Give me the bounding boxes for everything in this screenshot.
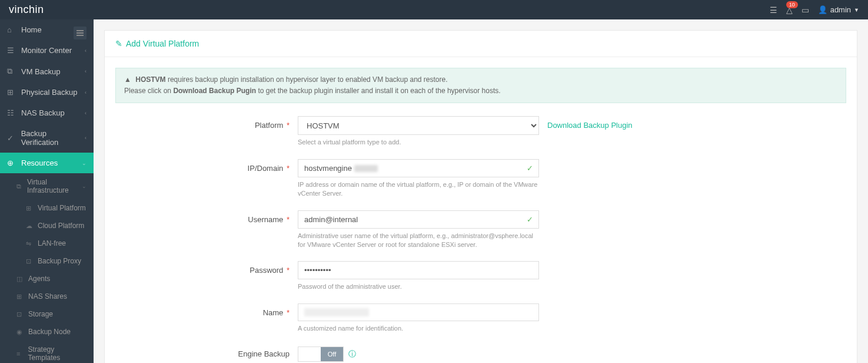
nav-nas-shares[interactable]: ⊞ NAS Shares: [0, 288, 94, 305]
nav-label: Virtual Platform: [38, 204, 86, 212]
user-icon: 👤: [818, 5, 827, 14]
nav-monitor-center[interactable]: ☰ Monitor Center ‹: [0, 40, 94, 61]
nav-label: Monitor Center: [21, 46, 72, 55]
nav-vm-backup[interactable]: ⧉ VM Backup ‹: [0, 61, 94, 82]
list-icon[interactable]: ☰: [770, 5, 777, 15]
nav-label: VM Backup: [21, 67, 60, 76]
engine-label: Engine Backup: [115, 345, 298, 363]
user-menu[interactable]: 👤 admin ▼: [818, 5, 859, 14]
nav-agents[interactable]: ◫ Agents: [0, 270, 94, 288]
platform-icon: ⊞: [26, 204, 34, 212]
nav-physical-backup[interactable]: ⊞ Physical Backup ‹: [0, 82, 94, 103]
app-header: vinchin ☰ △10 ▭ 👤 admin ▼: [0, 0, 868, 19]
template-icon: ≡: [16, 350, 25, 357]
nav-label: Home: [21, 25, 42, 34]
ipdomain-help: IP address or domain name of the virtual…: [298, 180, 539, 199]
edit-icon: ✎: [115, 39, 122, 48]
panel-title: ✎ Add Virtual Platform: [105, 31, 857, 57]
nav-lan-free[interactable]: ⇋ LAN-free: [0, 235, 94, 252]
nav-backup-verification[interactable]: ✓ Backup Verification ‹: [0, 123, 94, 153]
name-input[interactable]: [298, 303, 539, 321]
node-icon: ◉: [16, 328, 25, 336]
chevron-icon: ‹: [85, 110, 87, 116]
nav-label: Backup Node: [28, 328, 71, 336]
platform-help: Select a virtual platform type to add.: [298, 138, 539, 147]
notification-icon[interactable]: △10: [786, 5, 793, 15]
ipdomain-input[interactable]: hostvmengine: [298, 159, 539, 177]
nav-label: Virtual Infrastructure: [27, 178, 82, 194]
nav-cloud-platform[interactable]: ☁ Cloud Platform: [0, 217, 94, 235]
nav-label: Cloud Platform: [38, 222, 84, 230]
nav-label: Resources: [21, 159, 58, 167]
chevron-down-icon: ⌄: [82, 160, 87, 166]
warning-icon: ▲: [124, 75, 131, 84]
main-content: ✎ Add Virtual Platform ▲ HOSTVM requires…: [94, 19, 868, 363]
user-label: admin: [830, 5, 851, 14]
name-label: Name *: [115, 303, 298, 341]
vm-icon: ⧉: [7, 67, 16, 76]
nav-nas-backup[interactable]: ☷ NAS Backup ‹: [0, 103, 94, 123]
chevron-icon: ⌄: [82, 183, 87, 189]
shares-icon: ⊞: [16, 293, 25, 301]
chevron-icon: ‹: [85, 68, 87, 74]
valid-icon: ✓: [527, 164, 533, 173]
ipdomain-label: IP/Domain *: [115, 159, 298, 207]
sidebar: ⌂ Home ☰ Monitor Center ‹ ⧉ VM Backup ‹ …: [0, 19, 94, 363]
physical-icon: ⊞: [7, 88, 16, 97]
password-input[interactable]: [298, 261, 539, 279]
nav-label: Backup Verification: [21, 129, 85, 147]
username-label: Username *: [115, 210, 298, 258]
nav-virtual-infrastructure[interactable]: ⧉ Virtual Infrastructure ⌄: [0, 173, 94, 199]
nav-virtual-platform[interactable]: ⊞ Virtual Platform: [0, 199, 94, 217]
storage-icon: ⊡: [16, 311, 25, 318]
nav-home[interactable]: ⌂ Home: [0, 19, 94, 40]
nav-label: Physical Backup: [21, 88, 77, 97]
nav-label: Storage: [28, 310, 53, 318]
nav-label: NAS Backup: [21, 108, 65, 117]
nav-storage[interactable]: ⊡ Storage: [0, 305, 94, 323]
nav-backup-proxy[interactable]: ⊡ Backup Proxy: [0, 252, 94, 270]
agents-icon: ◫: [16, 275, 25, 283]
nav-resources[interactable]: ⊕ Resources ⌄: [0, 153, 94, 173]
engine-toggle[interactable]: Off: [298, 346, 344, 362]
nas-icon: ☷: [7, 108, 16, 117]
monitor-icon[interactable]: ▭: [802, 5, 809, 15]
home-icon: ⌂: [7, 25, 16, 34]
lan-icon: ⇋: [26, 240, 34, 248]
verify-icon: ✓: [7, 134, 16, 143]
password-help: Password of the administrative user.: [298, 282, 539, 291]
platform-label: Platform *: [115, 116, 298, 155]
nav-label: Agents: [28, 275, 50, 283]
nav-label: NAS Shares: [28, 292, 67, 301]
proxy-icon: ⊡: [26, 258, 34, 265]
monitor-icon: ☰: [7, 46, 16, 55]
cloud-icon: ☁: [26, 222, 34, 230]
platform-select[interactable]: HOSTVM: [298, 116, 539, 135]
nav-label: LAN-free: [38, 239, 66, 248]
nav-backup-node[interactable]: ◉ Backup Node: [0, 323, 94, 341]
valid-icon: ✓: [527, 215, 533, 224]
resources-icon: ⊕: [7, 159, 16, 167]
username-help: Administrative user name of the virtual …: [298, 232, 539, 250]
infra-icon: ⧉: [16, 183, 24, 190]
nav-label: Backup Proxy: [38, 257, 81, 265]
chevron-icon: ‹: [85, 48, 87, 54]
alert-box: ▲ HOSTVM requires backup plugin installa…: [115, 68, 846, 103]
chevron-icon: ‹: [85, 135, 87, 141]
logo: vinchin: [9, 4, 44, 16]
info-icon[interactable]: ⓘ: [348, 349, 356, 359]
name-help: A customized name for identification.: [298, 324, 539, 333]
chevron-down-icon: ▼: [854, 7, 859, 13]
chevron-icon: ‹: [85, 90, 87, 95]
download-plugin-link[interactable]: Download Backup Plugin: [547, 121, 633, 130]
password-label: Password *: [115, 261, 298, 299]
nav-label: Strategy Templates: [28, 345, 87, 362]
nav-strategy-templates[interactable]: ≡ Strategy Templates: [0, 341, 94, 363]
username-input[interactable]: [298, 210, 539, 229]
